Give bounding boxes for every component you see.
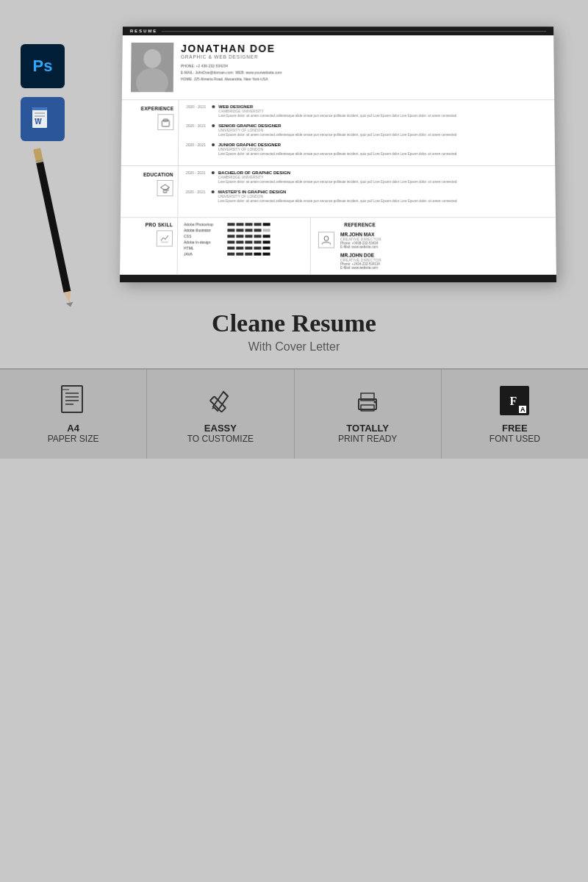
feature-customize-main: EASSY xyxy=(204,423,237,434)
feature-a4-sub: PAPER SIZE xyxy=(48,434,99,444)
svg-text:W: W xyxy=(35,118,42,126)
experience-entries: 2020 - 2021 WEB DESIGNER CAMBRIDGE UNIVE… xyxy=(179,100,555,165)
photoshop-icon: Ps xyxy=(21,44,65,88)
exp-entry-3: 2020 - 2021 JUNIOR GRAPHIC DESIGNER UNIV… xyxy=(186,143,548,157)
resume-contact: PHONE: +2 436-232-534234 E-MAIL: JohnDoe… xyxy=(181,63,282,83)
resume-name: JONATHAN DOE xyxy=(181,43,282,54)
exp-date-1: 2020 - 2021 xyxy=(186,104,208,119)
feature-customize-sub: TO CUSTOMIZE xyxy=(187,434,254,444)
exp-entry-1: 2020 - 2021 WEB DESIGNER CAMBRIDGE UNIVE… xyxy=(186,104,547,119)
product-subtitle: With Cover Letter xyxy=(15,340,573,354)
resume-photo xyxy=(131,43,173,92)
feature-a4: A4 PAPER SIZE xyxy=(0,370,147,459)
printer-icon xyxy=(351,384,384,417)
ref-entry-2: MR.JOHN DOE CREATIVE DIRECTOR Phone: +24… xyxy=(340,253,381,270)
resume-header: JONATHAN DOE GRAPHIC & WEB DESIGNER PHON… xyxy=(122,35,554,100)
document-icon xyxy=(57,384,90,417)
education-icon xyxy=(157,180,173,196)
feature-font: F A FREE FONT USED xyxy=(442,370,588,459)
feature-font-sub: FONT USED xyxy=(490,434,540,444)
skills-list: Adobe Photoshop Adobe Illustrator xyxy=(178,218,311,274)
education-section: EDUCATION 2020 - 2021 BACH xyxy=(121,166,556,218)
feature-print: TOTALLY PRINT READY xyxy=(295,370,442,459)
feature-customize: EASSY TO CUSTOMIZE xyxy=(147,370,294,459)
svg-point-15 xyxy=(324,236,329,240)
experience-label: EXPERIENCE xyxy=(126,106,174,111)
education-entries: 2020 - 2021 BACHELOR OF GRAPHIC DESIGN C… xyxy=(178,166,556,217)
edu-entry-2: 2020 - 2021 MASTER'S IN GRAPHIC DESIGN U… xyxy=(185,190,548,204)
ref-entry-1: MR.JOHN MAX CREATIVE DIRECTOR Phone: +04… xyxy=(340,232,381,248)
skills-icon xyxy=(157,230,173,246)
svg-point-26 xyxy=(374,401,376,404)
features-bar: A4 PAPER SIZE EASSY TO CUSTOMIZE xyxy=(0,368,588,459)
pencil-edit-icon xyxy=(204,384,237,417)
resume-document: RESUME JONATHAN DOE GRAPHIC & WEB DESIGN… xyxy=(120,26,556,282)
skills-reference-section: PRO SKILL Adobe Photoshop xyxy=(120,218,556,275)
font-icon: F A xyxy=(498,384,531,417)
feature-print-sub: PRINT READY xyxy=(338,434,397,444)
product-main-title: Cleane Resume xyxy=(15,309,573,337)
resume-preview-area: RESUME JONATHAN DOE GRAPHIC & WEB DESIGN… xyxy=(0,0,588,296)
resume-job-title: GRAPHIC & WEB DESIGNER xyxy=(181,54,282,60)
app-icons-panel: Ps W xyxy=(21,44,65,141)
experience-icon xyxy=(157,114,173,130)
resume-home: HOME: J25 Almeria Road, Alexandria, New … xyxy=(181,76,282,82)
feature-font-main: FREE xyxy=(502,423,528,434)
resume-email-web: E-MAIL: JohnDoe@domain.com WEB: www.your… xyxy=(181,70,282,76)
resume-name-area: JONATHAN DOE GRAPHIC & WEB DESIGNER PHON… xyxy=(181,43,282,82)
experience-section: EXPERIENCE 2020 - 2021 WEB DESIG xyxy=(121,100,555,166)
reference-section: REFERENCE xyxy=(311,218,556,274)
feature-print-main: TOTALLY xyxy=(346,423,389,434)
skills-label-col: PRO SKILL xyxy=(120,218,178,274)
resume-header-label: RESUME xyxy=(130,29,157,33)
education-label-col: EDUCATION xyxy=(121,166,179,217)
exp-entry-2: 2020 - 2021 SENIOR GRAPHIC DESIGNER UNIV… xyxy=(186,123,548,138)
resume-phone: PHONE: +2 436-232-534234 xyxy=(181,63,282,70)
exp-details-1: WEB DESIGNER CAMBRIDGE UNIVERSITY Lore E… xyxy=(218,104,456,119)
product-title-section: Cleane Resume With Cover Letter xyxy=(0,296,588,361)
edu-entry-1: 2020 - 2021 BACHELOR OF GRAPHIC DESIGN C… xyxy=(186,171,548,185)
feature-a4-main: A4 xyxy=(67,423,79,434)
svg-rect-1 xyxy=(32,107,47,110)
experience-label-col: EXPERIENCE xyxy=(121,100,179,165)
reference-icon xyxy=(318,232,334,248)
word-icon: W xyxy=(21,97,65,141)
